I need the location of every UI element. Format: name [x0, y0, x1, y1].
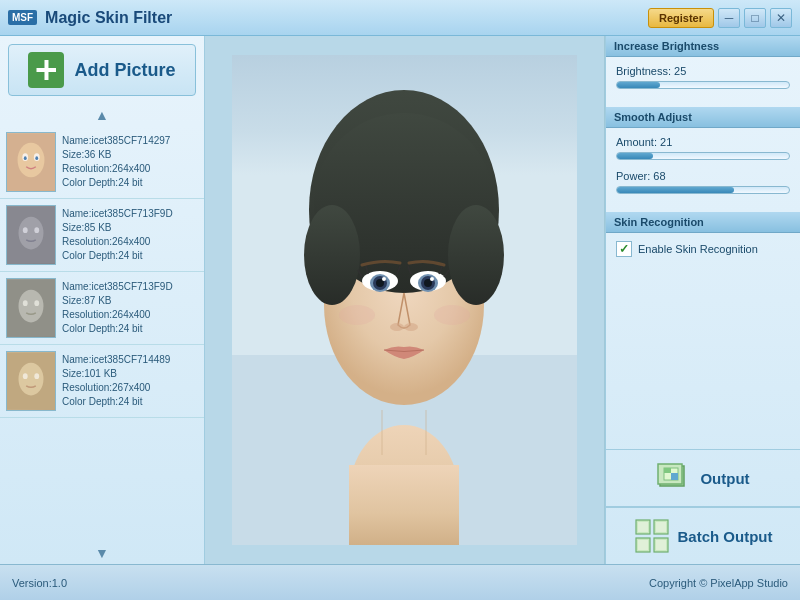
brightness-controls: Brightness: 25: [606, 57, 800, 107]
power-fill: [617, 187, 734, 193]
main-image: [232, 55, 577, 545]
svg-rect-46: [664, 468, 671, 473]
thumbnail: [6, 278, 56, 338]
svg-rect-47: [671, 473, 678, 480]
batch-output-icon: [634, 518, 670, 554]
add-picture-icon: [28, 52, 64, 88]
svg-point-25: [304, 205, 360, 305]
spacer: [606, 265, 800, 449]
svg-point-13: [34, 300, 39, 306]
smooth-controls: Amount: 21 Power: 68: [606, 128, 800, 212]
svg-point-40: [434, 305, 470, 325]
maximize-button[interactable]: □: [744, 8, 766, 28]
power-label: Power: 68: [616, 170, 790, 182]
svg-rect-21: [349, 465, 459, 545]
enable-skin-checkbox[interactable]: ✓: [616, 241, 632, 257]
svg-point-12: [23, 300, 28, 306]
svg-point-11: [19, 290, 44, 323]
list-item[interactable]: Name:icet385CF714489 Size:101 KB Resolut…: [0, 345, 204, 418]
svg-point-38: [404, 323, 418, 331]
image-list: Name:icet385CF714297 Size:36 KB Resoluti…: [0, 126, 204, 542]
app-logo: MSF: [8, 10, 37, 25]
svg-point-5: [35, 156, 38, 160]
image-info: Name:icet385CF714489 Size:101 KB Resolut…: [62, 353, 170, 409]
amount-slider-container: Amount: 21: [616, 136, 790, 160]
brightness-slider-container: Brightness: 25: [616, 65, 790, 89]
skin-section-header: Skin Recognition: [606, 212, 800, 233]
svg-rect-55: [656, 540, 666, 550]
thumbnail: [6, 351, 56, 411]
list-item[interactable]: Name:icet385CF713F9D Size:85 KB Resoluti…: [0, 199, 204, 272]
minimize-button[interactable]: ─: [718, 8, 740, 28]
amount-slider[interactable]: [616, 152, 790, 160]
skin-recognition-row: ✓ Enable Skin Recognition: [606, 233, 800, 265]
image-info: Name:icet385CF713F9D Size:87 KB Resoluti…: [62, 280, 173, 336]
thumbnail: [6, 132, 56, 192]
brightness-section-header: Increase Brightness: [606, 36, 800, 57]
svg-point-31: [382, 277, 386, 281]
right-panel: Increase Brightness Brightness: 25 Smoot…: [605, 36, 800, 564]
scroll-down-button[interactable]: ▼: [0, 542, 204, 564]
list-item[interactable]: Name:icet385CF714297 Size:36 KB Resoluti…: [0, 126, 204, 199]
amount-fill: [617, 153, 653, 159]
app-title: Magic Skin Filter: [45, 9, 648, 27]
window-controls: Register ─ □ ✕: [648, 8, 792, 28]
svg-point-9: [34, 227, 39, 233]
amount-label: Amount: 21: [616, 136, 790, 148]
batch-output-label: Batch Output: [678, 528, 773, 545]
brightness-label: Brightness: 25: [616, 65, 790, 77]
image-info: Name:icet385CF714297 Size:36 KB Resoluti…: [62, 134, 170, 190]
svg-point-26: [448, 205, 504, 305]
image-info: Name:icet385CF713F9D Size:85 KB Resoluti…: [62, 207, 173, 263]
output-icon: [656, 460, 692, 496]
brightness-fill: [617, 82, 660, 88]
batch-output-button[interactable]: Batch Output: [606, 507, 800, 564]
svg-point-17: [34, 373, 39, 379]
register-button[interactable]: Register: [648, 8, 714, 28]
add-picture-button[interactable]: Add Picture: [8, 44, 196, 96]
power-slider[interactable]: [616, 186, 790, 194]
list-item[interactable]: Name:icet385CF713F9D Size:87 KB Resoluti…: [0, 272, 204, 345]
svg-point-39: [339, 305, 375, 325]
svg-rect-51: [656, 522, 666, 532]
version-label: Version:1.0: [12, 577, 67, 589]
main-area: Add Picture ▲ Name:icet385CF: [0, 36, 800, 564]
statusbar: Version:1.0 Copyright © PixelApp Studio: [0, 564, 800, 600]
titlebar: MSF Magic Skin Filter Register ─ □ ✕: [0, 0, 800, 36]
left-panel: Add Picture ▲ Name:icet385CF: [0, 36, 205, 564]
smooth-section-header: Smooth Adjust: [606, 107, 800, 128]
svg-point-7: [19, 217, 44, 250]
svg-point-1: [18, 143, 45, 178]
svg-rect-53: [638, 540, 648, 550]
thumbnail: [6, 205, 56, 265]
svg-point-4: [24, 156, 27, 160]
svg-point-8: [23, 227, 28, 233]
scroll-up-button[interactable]: ▲: [0, 104, 204, 126]
add-picture-label: Add Picture: [74, 60, 175, 81]
output-label: Output: [700, 470, 749, 487]
brightness-slider[interactable]: [616, 81, 790, 89]
face-svg: [232, 55, 577, 545]
main-canvas: [205, 36, 605, 564]
close-button[interactable]: ✕: [770, 8, 792, 28]
svg-point-37: [390, 323, 404, 331]
svg-point-16: [23, 373, 28, 379]
svg-point-15: [19, 363, 44, 396]
svg-rect-49: [638, 522, 648, 532]
copyright-label: Copyright © PixelApp Studio: [649, 577, 788, 589]
enable-skin-label[interactable]: Enable Skin Recognition: [638, 243, 758, 255]
output-button[interactable]: Output: [606, 449, 800, 507]
power-slider-container: Power: 68: [616, 170, 790, 194]
svg-point-36: [430, 277, 434, 281]
